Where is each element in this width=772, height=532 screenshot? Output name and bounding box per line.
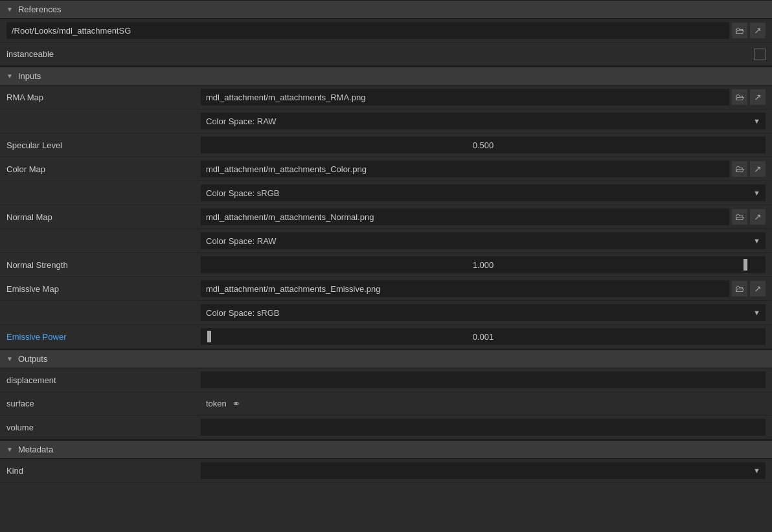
emissive-map-export-button[interactable]: ↗ (750, 281, 766, 296)
rma-color-space-text: Color Space: RAW (206, 116, 277, 126)
inputs-title: Inputs (18, 71, 41, 81)
color-map-folder-button[interactable]: 🗁 (732, 161, 747, 177)
rma-map-field[interactable]: mdl_attachment/m_attachments_RMA.png (201, 89, 729, 105)
emissive-map-value: mdl_attachment/m_attachments_Emissive.pn… (201, 280, 766, 297)
normal-map-color-space-arrow: ▼ (753, 237, 760, 245)
rma-map-export-button[interactable]: ↗ (750, 89, 766, 105)
normal-map-row: Normal Map mdl_attachment/m_attachments_… (0, 205, 772, 229)
normal-map-color-space-value: Color Space: RAW ▼ (201, 232, 766, 249)
displacement-label: displacement (6, 375, 201, 385)
instanceable-label: instanceable (6, 49, 201, 59)
surface-row: surface token ⚭ (0, 392, 772, 416)
rma-color-space-arrow: ▼ (753, 117, 760, 125)
rma-color-space-row: Color Space: RAW ▼ (0, 109, 772, 133)
color-map-color-space-dropdown[interactable]: Color Space: sRGB ▼ (201, 184, 766, 201)
surface-token-text: token (206, 399, 227, 408)
emissive-power-label: Emissive Power (6, 332, 201, 342)
outputs-title: Outputs (18, 354, 48, 364)
normal-strength-thumb[interactable] (744, 259, 747, 271)
references-path-display: /Root/Looks/mdl_attachmentSG (6, 22, 729, 39)
displacement-value (201, 371, 766, 388)
references-collapse-arrow: ▼ (6, 6, 13, 13)
metadata-section-header[interactable]: ▼ Metadata (0, 440, 772, 459)
specular-level-slider[interactable]: 0.500 (201, 137, 766, 153)
color-map-label: Color Map (6, 164, 201, 174)
normal-map-folder-button[interactable]: 🗁 (732, 209, 747, 225)
metadata-collapse-arrow: ▼ (6, 446, 13, 453)
volume-row: volume (0, 416, 772, 439)
color-map-color-space-value: Color Space: sRGB ▼ (201, 184, 766, 201)
emissive-power-value: 0.001 (201, 328, 766, 345)
emissive-map-row: Emissive Map mdl_attachment/m_attachment… (0, 277, 772, 301)
volume-field[interactable] (201, 419, 766, 436)
color-map-color-space-row: Color Space: sRGB ▼ (0, 181, 772, 205)
displacement-field[interactable] (201, 371, 766, 388)
instanceable-value (201, 49, 766, 60)
references-section-header[interactable]: ▼ References (0, 0, 772, 19)
rma-map-folder-button[interactable]: 🗁 (732, 89, 747, 105)
normal-map-export-button[interactable]: ↗ (750, 209, 766, 225)
color-map-value: mdl_attachment/m_attachments_Color.png 🗁… (201, 161, 766, 177)
emissive-map-label: Emissive Map (6, 284, 201, 294)
kind-row: Kind ▼ (0, 459, 772, 483)
rma-map-row: RMA Map mdl_attachment/m_attachments_RMA… (0, 85, 772, 109)
metadata-title: Metadata (18, 445, 53, 454)
normal-strength-slider[interactable]: 1.000 (201, 256, 766, 273)
normal-map-color-space-row: Color Space: RAW ▼ (0, 229, 772, 253)
normal-strength-value: 1.000 (201, 256, 766, 273)
emissive-power-row: Emissive Power 0.001 (0, 325, 772, 349)
normal-strength-number: 1.000 (473, 260, 494, 270)
instanceable-row: instanceable (0, 43, 772, 66)
kind-value: ▼ (201, 462, 766, 479)
normal-map-field[interactable]: mdl_attachment/m_attachments_Normal.png (201, 208, 729, 225)
normal-strength-row: Normal Strength 1.000 (0, 253, 772, 277)
specular-level-row: Specular Level 0.500 (0, 133, 772, 157)
references-title: References (18, 5, 61, 14)
outputs-collapse-arrow: ▼ (6, 355, 13, 362)
instanceable-checkbox[interactable] (754, 49, 766, 60)
color-map-color-space-arrow: ▼ (753, 189, 760, 197)
surface-label: surface (6, 399, 201, 408)
emissive-power-slider[interactable]: 0.001 (201, 328, 766, 345)
kind-dropdown[interactable]: ▼ (201, 462, 766, 479)
specular-level-value: 0.500 (201, 137, 766, 153)
kind-arrow: ▼ (753, 467, 760, 474)
rma-map-value: mdl_attachment/m_attachments_RMA.png 🗁 ↗ (201, 89, 766, 105)
rma-color-space-value: Color Space: RAW ▼ (201, 113, 766, 129)
emissive-map-color-space-dropdown[interactable]: Color Space: sRGB ▼ (201, 304, 766, 321)
emissive-map-color-space-value: Color Space: sRGB ▼ (201, 304, 766, 321)
emissive-map-color-space-text: Color Space: sRGB (206, 308, 279, 318)
references-path-row: /Root/Looks/mdl_attachmentSG 🗁 ↗ (0, 19, 772, 43)
emissive-map-color-space-row: Color Space: sRGB ▼ (0, 301, 772, 325)
normal-map-color-space-text: Color Space: RAW (206, 236, 277, 246)
volume-label: volume (6, 423, 201, 432)
rma-color-space-dropdown[interactable]: Color Space: RAW ▼ (201, 113, 766, 129)
emissive-map-folder-button[interactable]: 🗁 (732, 281, 747, 296)
specular-level-label: Specular Level (6, 140, 201, 150)
references-folder-button[interactable]: 🗁 (732, 23, 747, 38)
normal-map-label: Normal Map (6, 212, 201, 222)
emissive-map-color-space-arrow: ▼ (753, 309, 760, 316)
kind-label: Kind (6, 466, 201, 476)
volume-value (201, 419, 766, 436)
normal-map-value: mdl_attachment/m_attachments_Normal.png … (201, 208, 766, 225)
inputs-section-header[interactable]: ▼ Inputs (0, 67, 772, 85)
color-map-color-space-text: Color Space: sRGB (206, 188, 279, 198)
inputs-collapse-arrow: ▼ (6, 72, 13, 80)
normal-strength-label: Normal Strength (6, 260, 201, 270)
emissive-map-field[interactable]: mdl_attachment/m_attachments_Emissive.pn… (201, 280, 729, 297)
emissive-power-number: 0.001 (473, 332, 494, 342)
specular-level-number: 0.500 (473, 140, 494, 150)
rma-map-label: RMA Map (6, 93, 201, 102)
normal-map-color-space-dropdown[interactable]: Color Space: RAW ▼ (201, 232, 766, 249)
color-map-export-button[interactable]: ↗ (750, 161, 766, 177)
displacement-row: displacement (0, 368, 772, 392)
references-export-button[interactable]: ↗ (750, 23, 766, 38)
surface-link-icon[interactable]: ⚭ (232, 397, 240, 410)
outputs-section-header[interactable]: ▼ Outputs (0, 349, 772, 368)
color-map-field[interactable]: mdl_attachment/m_attachments_Color.png (201, 161, 729, 177)
main-panel: ▼ References /Root/Looks/mdl_attachmentS… (0, 0, 772, 483)
emissive-power-thumb[interactable] (207, 331, 211, 342)
color-map-row: Color Map mdl_attachment/m_attachments_C… (0, 157, 772, 181)
